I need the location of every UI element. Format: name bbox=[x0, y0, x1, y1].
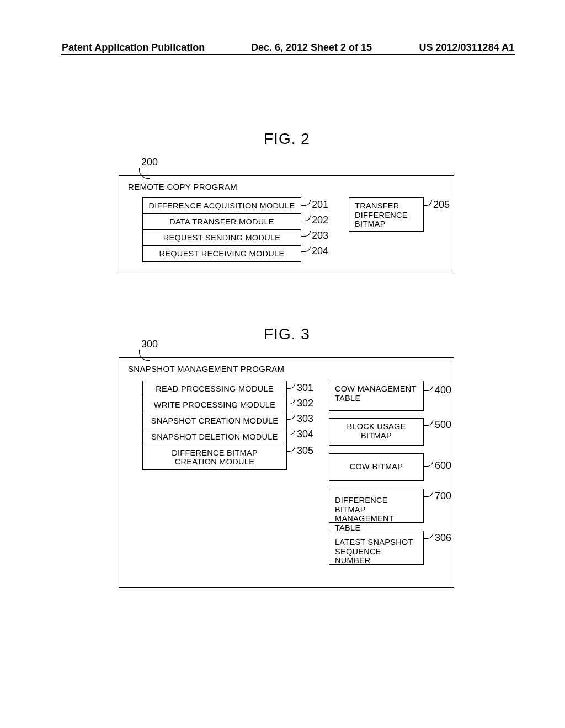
fig3-title: FIG. 3 bbox=[264, 325, 310, 343]
fig2-transfer-diff-bitmap: TRANSFER DIFFERENCE BITMAP bbox=[349, 197, 424, 232]
fig3-right-ref: 700 bbox=[435, 490, 451, 502]
box-label: COW BITMAP bbox=[329, 454, 423, 475]
fig3-module: SNAPSHOT DELETION MODULE bbox=[143, 429, 286, 445]
fig2-module-stack: DIFFERENCE ACQUISITION MODULE DATA TRANS… bbox=[142, 197, 301, 262]
box-label: DIFFERENCE BITMAP MANAGEMENT TABLE bbox=[329, 489, 423, 536]
fig2-module-ref: 204 bbox=[312, 245, 328, 257]
fig3-latest-snapshot-seq: LATEST SNAPSHOT SEQUENCE NUMBER bbox=[329, 531, 424, 565]
fig2-right-ref: 205 bbox=[433, 199, 450, 211]
box-label: BLOCK USAGE BITMAP bbox=[329, 419, 423, 443]
fig3-module-ref: 305 bbox=[297, 445, 313, 457]
fig3-cow-bitmap: COW BITMAP bbox=[329, 453, 424, 481]
fig3-program-ref: 300 bbox=[141, 339, 158, 350]
fig3-cow-mgmt-table: COW MANAGEMENT TABLE bbox=[329, 381, 424, 411]
fig2-module: REQUEST SENDING MODULE bbox=[143, 229, 301, 245]
fig3-right-ref: 400 bbox=[435, 384, 451, 396]
box-label: LATEST SNAPSHOT SEQUENCE NUMBER bbox=[329, 531, 423, 569]
fig3-module-ref: 302 bbox=[297, 398, 313, 409]
fig3-module: READ PROCESSING MODULE bbox=[143, 381, 286, 397]
fig3-right-ref: 600 bbox=[435, 460, 451, 472]
box-label: COW MANAGEMENT TABLE bbox=[329, 381, 423, 406]
fig3-diff-bitmap-mgmt: DIFFERENCE BITMAP MANAGEMENT TABLE bbox=[329, 489, 424, 523]
fig3-module-stack: READ PROCESSING MODULE WRITE PROCESSING … bbox=[142, 381, 287, 470]
fig3-right-ref: 306 bbox=[435, 532, 451, 544]
fig3-block-usage-bitmap: BLOCK USAGE BITMAP bbox=[329, 418, 424, 446]
fig3-module: SNAPSHOT CREATION MODULE bbox=[143, 413, 286, 429]
header-left: Patent Application Publication bbox=[62, 42, 205, 53]
fig2-module-ref: 201 bbox=[312, 199, 328, 211]
fig2-program-ref: 200 bbox=[141, 157, 158, 168]
fig3-module: WRITE PROCESSING MODULE bbox=[143, 397, 286, 413]
fig3-right-ref: 500 bbox=[435, 419, 451, 431]
fig2-module-ref: 202 bbox=[312, 215, 328, 226]
fig3-module-ref: 301 bbox=[297, 382, 313, 394]
box-label: TRANSFER DIFFERENCE BITMAP bbox=[349, 198, 423, 232]
fig2-module: DIFFERENCE ACQUISITION MODULE bbox=[143, 198, 301, 213]
header-sheet: Dec. 6, 2012 Sheet 2 of 15 bbox=[251, 42, 372, 53]
fig3-program-title: SNAPSHOT MANAGEMENT PROGRAM bbox=[128, 364, 284, 373]
fig2-module: REQUEST RECEIVING MODULE bbox=[143, 245, 301, 261]
fig2-module-ref: 203 bbox=[312, 230, 328, 242]
fig3-module-ref: 303 bbox=[297, 413, 313, 425]
fig2-module: DATA TRANSFER MODULE bbox=[143, 213, 301, 229]
fig2-title: FIG. 2 bbox=[264, 130, 310, 148]
fig2-program-title: REMOTE COPY PROGRAM bbox=[128, 182, 237, 191]
fig3-module: DIFFERENCE BITMAP CREATION MODULE bbox=[143, 445, 286, 469]
header-pubno: US 2012/0311284 A1 bbox=[419, 42, 514, 53]
fig3-module-ref: 304 bbox=[297, 429, 313, 440]
header-rule bbox=[61, 54, 515, 55]
